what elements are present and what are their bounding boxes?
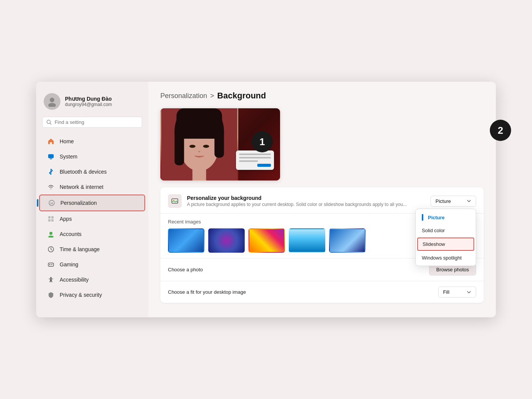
dropdown-item-slideshow[interactable]: Slideshow — [417, 238, 474, 251]
apps-icon — [47, 215, 55, 223]
search-box[interactable] — [42, 117, 142, 128]
sidebar-item-network[interactable]: Network & internet — [39, 179, 145, 195]
sidebar-item-home[interactable]: Home — [39, 134, 145, 149]
breadcrumb: Personalization > Background — [160, 91, 484, 101]
fit-chevron-down-icon — [467, 290, 471, 294]
accessibility-icon — [47, 276, 55, 284]
svg-rect-24 — [214, 127, 224, 158]
svg-point-17 — [52, 264, 52, 264]
preview-container — [160, 108, 280, 180]
privacy-icon — [47, 291, 55, 299]
card-title: Personalize your background — [187, 195, 407, 201]
dropdown-item-solid-color[interactable]: Solid color — [416, 224, 476, 237]
svg-line-3 — [50, 123, 51, 124]
recent-image-4[interactable] — [289, 228, 325, 253]
svg-point-1 — [48, 103, 56, 107]
svg-point-0 — [50, 98, 54, 102]
background-type-dropdown[interactable]: Picture — [431, 196, 476, 207]
background-type-menu: Picture Solid color Slideshow Windows sp… — [415, 209, 476, 266]
card-header: Personalize your background A picture ba… — [160, 187, 484, 214]
svg-rect-16 — [48, 263, 54, 266]
svg-point-6 — [49, 200, 54, 206]
svg-point-14 — [48, 236, 54, 238]
card-description: A picture background applies to your cur… — [187, 202, 407, 207]
svg-point-26 — [203, 145, 209, 148]
svg-point-8 — [52, 202, 53, 203]
breadcrumb-separator: > — [210, 92, 214, 100]
svg-rect-11 — [48, 219, 51, 222]
sidebar-item-accounts-label: Accounts — [60, 231, 82, 237]
svg-rect-4 — [48, 154, 54, 158]
sidebar-item-accessibility[interactable]: Accessibility — [39, 272, 145, 287]
dropdown-slideshow-label: Slideshow — [423, 241, 445, 247]
svg-rect-28 — [172, 199, 178, 203]
svg-rect-23 — [174, 127, 184, 165]
sidebar-item-apps-label: Apps — [60, 216, 72, 222]
sidebar-item-home-label: Home — [60, 138, 74, 144]
svg-rect-5 — [50, 158, 52, 159]
search-input[interactable] — [55, 119, 138, 125]
background-card-icon — [168, 194, 182, 208]
sidebar-item-accounts[interactable]: Accounts — [39, 226, 145, 242]
svg-point-7 — [51, 202, 51, 203]
chevron-down-icon — [467, 199, 471, 203]
breadcrumb-parent: Personalization — [160, 92, 207, 100]
recent-image-3[interactable] — [249, 228, 285, 253]
sidebar: Phương Dung Đào dungroy94@gmail.com Home — [36, 82, 148, 317]
fit-dropdown[interactable]: Fill — [438, 287, 476, 298]
dropdown-selected-label: Picture — [435, 198, 451, 204]
network-icon — [47, 183, 55, 191]
choose-photo-label: Choose a photo — [168, 267, 203, 272]
sidebar-item-gaming-label: Gaming — [60, 261, 78, 268]
dropdown-item-picture[interactable]: Picture — [416, 211, 476, 224]
sidebar-item-apps[interactable]: Apps — [39, 211, 145, 226]
accounts-icon — [47, 230, 55, 238]
sidebar-item-bluetooth[interactable]: Bluetooth & devices — [39, 164, 145, 179]
preview-face — [160, 108, 238, 180]
sidebar-item-network-label: Network & internet — [60, 184, 103, 190]
svg-rect-10 — [51, 216, 54, 218]
sidebar-item-system[interactable]: System — [39, 149, 145, 164]
dropdown-spotlight-label: Windows spotlight — [422, 255, 462, 261]
bluetooth-icon — [47, 168, 55, 176]
dropdown-solid-label: Solid color — [422, 228, 445, 233]
active-bar-icon — [422, 214, 423, 221]
annotation-circle-2: 2 — [490, 120, 511, 141]
preview-background — [160, 108, 280, 180]
svg-rect-9 — [48, 216, 51, 218]
user-name: Phương Dung Đào — [65, 96, 112, 102]
sidebar-item-personalization-label: Personalization — [60, 200, 97, 206]
sidebar-item-accessibility-label: Accessibility — [60, 277, 89, 283]
time-icon — [47, 245, 55, 253]
svg-point-18 — [50, 277, 52, 279]
recent-image-1[interactable] — [168, 228, 204, 253]
card-header-left: Personalize your background A picture ba… — [168, 194, 407, 208]
breadcrumb-current: Background — [217, 91, 266, 101]
recent-image-5[interactable] — [329, 228, 366, 253]
svg-rect-27 — [192, 167, 206, 180]
recent-image-2[interactable] — [208, 228, 245, 253]
system-icon — [47, 152, 55, 161]
dropdown-picture-label: Picture — [428, 215, 445, 220]
main-content: 1 Personalization > Background — [148, 82, 496, 317]
choose-fit-row: Choose a fit for your desktop image Fill — [160, 281, 484, 303]
fit-dropdown-value: Fill — [443, 289, 450, 295]
sidebar-item-time-label: Time & language — [60, 246, 100, 252]
background-card: Personalize your background A picture ba… — [160, 187, 484, 303]
search-icon — [46, 119, 52, 125]
choose-fit-label: Choose a fit for your desktop image — [168, 289, 246, 295]
sidebar-item-bluetooth-label: Bluetooth & devices — [60, 169, 107, 175]
sidebar-item-system-label: System — [60, 154, 78, 160]
sidebar-item-time[interactable]: Time & language — [39, 242, 145, 257]
home-icon — [47, 137, 55, 146]
sidebar-item-privacy-label: Privacy & security — [60, 292, 102, 298]
svg-point-13 — [49, 232, 52, 235]
dropdown-item-spotlight[interactable]: Windows spotlight — [416, 252, 476, 264]
sidebar-item-gaming[interactable]: Gaming — [39, 257, 145, 272]
sidebar-item-personalization[interactable]: Personalization — [39, 195, 145, 211]
user-section: Phương Dung Đào dungroy94@gmail.com — [36, 89, 148, 117]
user-info: Phương Dung Đào dungroy94@gmail.com — [65, 96, 112, 107]
sidebar-item-privacy[interactable]: Privacy & security — [39, 287, 145, 302]
avatar — [44, 93, 60, 110]
active-indicator — [37, 199, 38, 207]
